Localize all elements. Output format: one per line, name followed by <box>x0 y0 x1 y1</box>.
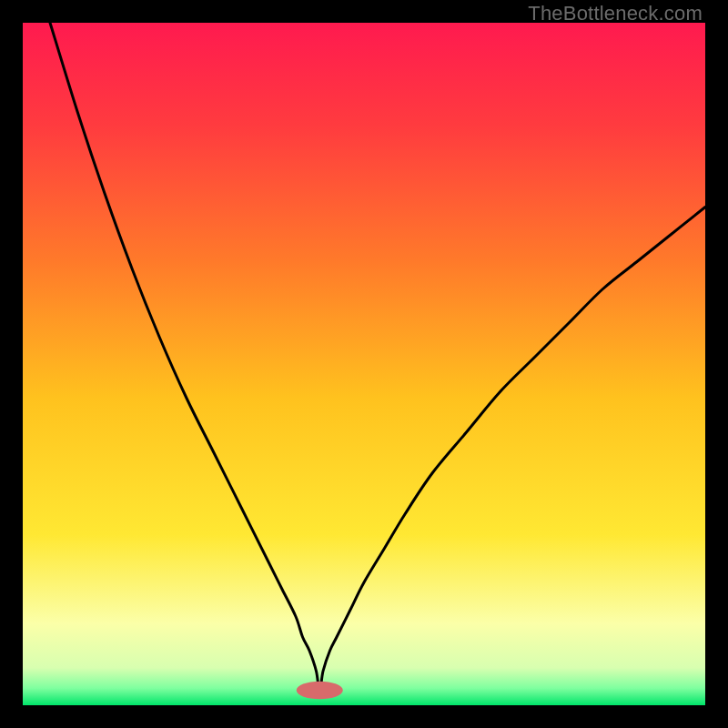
gradient-background <box>23 23 705 705</box>
watermark-text: TheBottleneck.com <box>528 2 703 25</box>
optimum-marker <box>297 682 343 700</box>
bottleneck-chart <box>23 23 705 705</box>
plot-frame <box>23 23 705 705</box>
